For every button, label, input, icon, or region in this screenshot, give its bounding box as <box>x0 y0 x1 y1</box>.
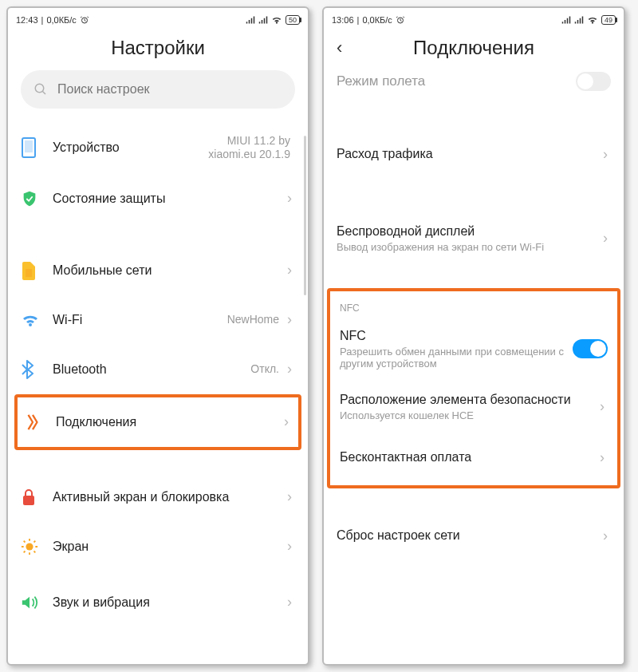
svg-rect-4 <box>26 269 32 277</box>
row-label: Состояние защиты <box>53 191 284 207</box>
row-label: Бесконтактная оплата <box>340 449 597 465</box>
battery-icon: 49 <box>601 15 616 25</box>
svg-point-6 <box>26 543 33 550</box>
chevron-right-icon: › <box>281 413 292 430</box>
row-sound[interactable]: Звук и вибрация › <box>8 571 308 621</box>
sound-icon <box>21 595 53 611</box>
row-contactless-payment[interactable]: Бесконтактная оплата › <box>330 433 617 482</box>
row-label: Звук и вибрация <box>53 595 284 611</box>
lock-icon <box>21 488 53 506</box>
status-separator: | <box>357 15 360 25</box>
bluetooth-icon <box>21 360 53 379</box>
row-label: NFC <box>340 328 573 344</box>
chevron-right-icon: › <box>284 262 295 279</box>
row-label: Экран <box>53 539 284 555</box>
battery-level: 49 <box>605 16 612 24</box>
search-input-container[interactable] <box>21 70 295 109</box>
alarm-icon <box>80 15 89 25</box>
nfc-toggle[interactable] <box>573 339 608 358</box>
row-value: NewHome <box>227 313 279 326</box>
sim-icon <box>21 261 53 280</box>
battery-level: 50 <box>289 16 297 24</box>
sun-icon <box>21 538 53 555</box>
search-input[interactable] <box>57 82 282 97</box>
phone-connections: 13:06 | 0,0КБ/с 49 ‹ Подключения <box>322 6 625 666</box>
chevron-right-icon: › <box>597 449 608 466</box>
row-label: Расположение элемента безопасности <box>340 392 597 408</box>
connections-icon <box>24 413 56 431</box>
row-secure-element[interactable]: Расположение элемента безопасности Испол… <box>330 381 617 433</box>
signal-icon <box>246 15 255 25</box>
svg-rect-3 <box>25 140 33 152</box>
status-time: 13:06 <box>332 15 354 25</box>
status-separator: | <box>41 15 44 25</box>
row-security-status[interactable]: Состояние защиты › <box>8 174 308 223</box>
row-value: Откл. <box>250 362 279 376</box>
back-button[interactable]: ‹ <box>337 38 362 58</box>
row-device[interactable]: Устройство MIUI 11.2 by xiaomi.eu 20.1.9 <box>8 121 308 174</box>
shield-icon <box>21 189 53 208</box>
chevron-right-icon: › <box>600 528 611 544</box>
row-wireless-display[interactable]: Беспроводной дисплей Вывод изображения н… <box>324 211 624 266</box>
chevron-right-icon: › <box>600 230 611 247</box>
status-speed: 0,0КБ/с <box>362 15 392 25</box>
signal-icon-2 <box>574 15 584 25</box>
row-mobile-networks[interactable]: Мобильные сети › <box>8 246 308 295</box>
row-lockscreen[interactable]: Активный экран и блокировка › <box>8 472 308 522</box>
row-label: Расход трафика <box>337 146 600 162</box>
row-label: Мобильные сети <box>53 263 284 279</box>
row-value: MIUI 11.2 by xiaomi.eu 20.1.9 <box>179 134 290 161</box>
alarm-icon <box>396 15 405 25</box>
row-data-usage[interactable]: Расход трафика › <box>324 129 624 179</box>
signal-icon <box>561 15 571 25</box>
row-label: Подключения <box>56 414 281 430</box>
highlight-connections: Подключения › <box>14 394 301 450</box>
highlight-nfc-section: NFC NFC Разрешить обмен данными при совм… <box>327 288 620 488</box>
row-subtitle: Разрешить обмен данными при совмещении с… <box>340 346 573 370</box>
status-speed: 0,0КБ/с <box>46 15 76 25</box>
row-bluetooth[interactable]: Bluetooth Откл. › <box>8 345 308 394</box>
page-title: Подключения <box>362 37 585 59</box>
row-nfc[interactable]: NFC Разрешить обмен данными при совмещен… <box>330 317 617 381</box>
page-header: Настройки <box>8 32 308 70</box>
chevron-right-icon: › <box>284 538 295 555</box>
chevron-right-icon: › <box>284 311 295 328</box>
row-label: Wi-Fi <box>53 312 227 328</box>
svg-point-1 <box>35 84 44 93</box>
row-label: Беспроводной дисплей <box>337 223 600 239</box>
row-connections[interactable]: Подключения › <box>18 397 298 447</box>
status-time: 12:43 <box>16 15 38 25</box>
row-airplane-partial[interactable]: Режим полета <box>324 70 624 97</box>
phone-settings: 12:43 | 0,0КБ/с 50 Настройки <box>6 6 309 666</box>
row-label: Режим полета <box>337 73 425 89</box>
row-label: Устройство <box>53 140 148 156</box>
chevron-right-icon: › <box>284 190 295 207</box>
wifi-icon <box>21 312 53 328</box>
search-icon <box>33 82 48 97</box>
chevron-right-icon: › <box>284 488 295 505</box>
row-label: Сброс настроек сети <box>337 528 600 544</box>
wifi-icon <box>587 15 598 25</box>
row-reset-network[interactable]: Сброс настроек сети › <box>324 511 624 560</box>
row-subtitle: Вывод изображения на экран по сети Wi-Fi <box>337 241 600 253</box>
row-wifi[interactable]: Wi-Fi NewHome › <box>8 295 308 345</box>
status-bar: 12:43 | 0,0КБ/с 50 <box>8 8 308 32</box>
wifi-icon <box>271 15 282 25</box>
battery-icon: 50 <box>286 15 300 25</box>
row-label: Активный экран и блокировка <box>53 489 284 505</box>
device-icon <box>21 137 53 158</box>
chevron-right-icon: › <box>284 594 295 611</box>
airplane-toggle[interactable] <box>576 72 611 91</box>
row-label: Bluetooth <box>53 362 250 378</box>
chevron-right-icon: › <box>597 398 608 415</box>
status-bar: 13:06 | 0,0КБ/с 49 <box>324 8 624 32</box>
section-label-nfc: NFC <box>330 294 617 317</box>
chevron-right-icon: › <box>284 361 295 378</box>
row-display[interactable]: Экран › <box>8 522 308 571</box>
page-header: ‹ Подключения <box>324 32 624 70</box>
connections-list: Расход трафика › Беспроводной дисплей Вы… <box>324 129 624 560</box>
page-title: Настройки <box>111 37 205 59</box>
signal-icon-2 <box>258 15 268 25</box>
row-subtitle: Используется кошелек HCE <box>340 409 597 421</box>
svg-rect-5 <box>23 496 34 505</box>
